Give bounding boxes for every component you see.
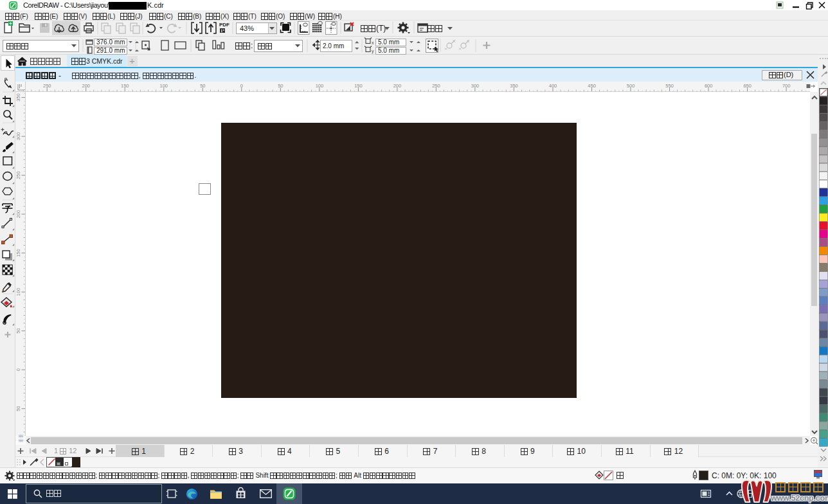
svg-text:150: 150	[121, 83, 129, 89]
svg-text:250: 250	[15, 171, 21, 179]
svg-text:300: 300	[471, 83, 480, 89]
svg-text:350: 350	[15, 93, 21, 102]
svg-text:0: 0	[240, 83, 243, 89]
svg-text:350: 350	[510, 83, 518, 89]
svg-text:500: 500	[627, 83, 635, 89]
svg-text:550: 550	[665, 83, 674, 89]
svg-text:50: 50	[200, 83, 205, 89]
svg-text:200: 200	[15, 210, 21, 219]
svg-text:450: 450	[588, 83, 596, 89]
svg-text:300: 300	[15, 132, 21, 141]
svg-text:150: 150	[15, 249, 21, 257]
svg-text:100: 100	[316, 83, 324, 89]
svg-text:PDF: PDF	[219, 22, 230, 28]
svg-text:600: 600	[705, 83, 713, 89]
svg-text:50: 50	[278, 83, 283, 89]
svg-text:150: 150	[354, 83, 363, 89]
svg-text:250: 250	[43, 83, 51, 89]
svg-text:50: 50	[15, 328, 21, 334]
svg-text:50: 50	[15, 406, 21, 411]
svg-text:250: 250	[432, 83, 440, 89]
svg-text:100: 100	[160, 83, 168, 89]
svg-text:400: 400	[549, 83, 557, 89]
svg-text:y: y	[372, 49, 374, 54]
svg-text:200: 200	[82, 83, 91, 89]
svg-text:x: x	[372, 40, 374, 45]
svg-text:0: 0	[15, 368, 21, 371]
svg-text:200: 200	[393, 83, 402, 89]
svg-text:100: 100	[15, 288, 21, 296]
svg-text:650: 650	[743, 83, 752, 89]
svg-text:700: 700	[782, 83, 791, 89]
